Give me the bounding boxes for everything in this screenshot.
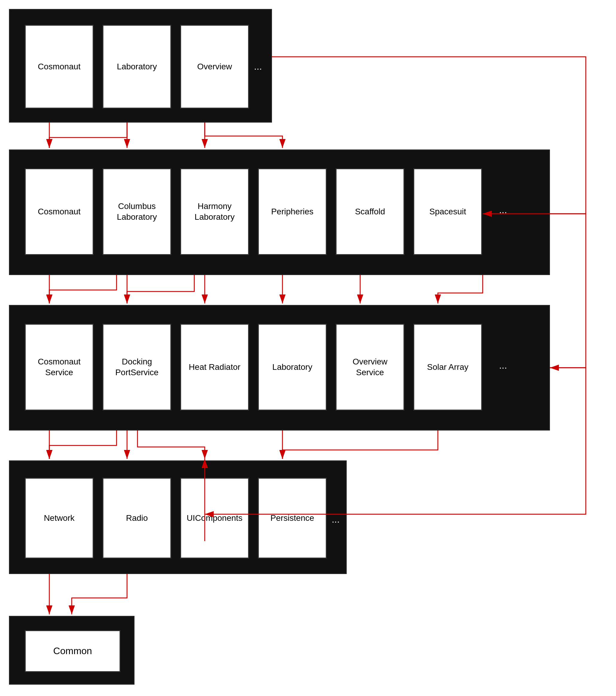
r4-ui[interactable]: UIComponents [180,478,249,558]
r4-persistence[interactable]: Persistence [258,478,327,558]
row4-panel: Network Radio UIComponents Persistence .… [9,460,347,574]
r3-overview-svc[interactable]: OverviewService [336,324,404,411]
diagram-container: Cosmonaut Laboratory Overview ... Cosmon… [0,0,616,696]
r4-network[interactable]: Network [25,478,94,558]
r1-overview[interactable]: Overview [180,25,249,109]
r2-cosmonaut[interactable]: Cosmonaut [25,168,94,255]
r3-solar[interactable]: Solar Array [414,324,482,411]
r4-radio[interactable]: Radio [102,478,171,558]
r1-laboratory[interactable]: Laboratory [102,25,171,109]
row2-panel: Cosmonaut ColumbusLaboratory HarmonyLabo… [9,149,550,275]
r2-harmony[interactable]: HarmonyLaboratory [180,168,249,255]
r5-common[interactable]: Common [25,630,120,672]
row1-panel: Cosmonaut Laboratory Overview ... [9,9,272,123]
r3-ellipsis: ... [494,357,512,375]
row5-panel: Common [9,616,134,685]
r3-cosmonaut-svc[interactable]: CosmonautService [25,324,94,411]
r2-ellipsis: ... [494,201,512,219]
r2-spacesuit[interactable]: Spacesuit [414,168,482,255]
r2-scaffold[interactable]: Scaffold [336,168,404,255]
r4-ellipsis: ... [327,511,345,528]
row3-panel: CosmonautService DockingPortService Heat… [9,305,550,430]
r3-laboratory[interactable]: Laboratory [258,324,327,411]
r3-docking[interactable]: DockingPortService [102,324,171,411]
r3-heat[interactable]: Heat Radiator [180,324,249,411]
r1-cosmonaut[interactable]: Cosmonaut [25,25,94,109]
r1-ellipsis: ... [249,58,267,76]
r2-columbus[interactable]: ColumbusLaboratory [102,168,171,255]
r2-peripheries[interactable]: Peripheries [258,168,327,255]
